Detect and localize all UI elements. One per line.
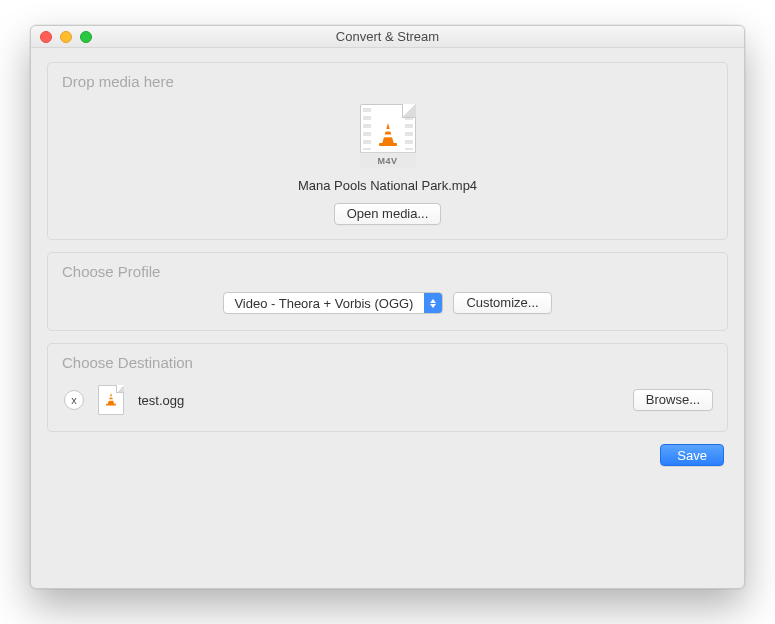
content-area: Drop media here M4V — [31, 48, 744, 588]
remove-destination-button[interactable]: x — [64, 390, 84, 410]
svg-rect-2 — [383, 135, 393, 138]
save-button[interactable]: Save — [660, 444, 724, 466]
drop-media-heading: Drop media here — [62, 73, 713, 90]
cone-icon — [377, 122, 399, 148]
customize-button[interactable]: Customize... — [453, 292, 551, 314]
choose-destination-panel: Choose Destination x — [47, 343, 728, 432]
choose-profile-panel: Choose Profile Video - Theora + Vorbis (… — [47, 252, 728, 331]
x-icon: x — [71, 395, 77, 406]
footer: Save — [47, 444, 728, 468]
open-media-button[interactable]: Open media... — [334, 203, 442, 225]
svg-marker-4 — [108, 393, 115, 404]
browse-button[interactable]: Browse... — [633, 389, 713, 411]
choose-destination-heading: Choose Destination — [62, 354, 713, 371]
chevron-updown-icon — [424, 293, 442, 313]
destination-file-icon — [98, 385, 124, 415]
titlebar: Convert & Stream — [31, 26, 744, 48]
cone-icon — [105, 392, 117, 407]
profile-select-value: Video - Theora + Vorbis (OGG) — [224, 296, 424, 311]
profile-select[interactable]: Video - Theora + Vorbis (OGG) — [223, 292, 443, 314]
svg-rect-7 — [106, 404, 116, 406]
svg-rect-3 — [379, 143, 397, 146]
svg-marker-0 — [382, 123, 394, 144]
svg-rect-1 — [384, 129, 391, 132]
media-file-icon: M4V — [360, 104, 416, 168]
drop-zone[interactable]: M4V Mana Pools National Park.mp4 Open me… — [62, 98, 713, 225]
destination-filename: test.ogg — [138, 393, 184, 408]
svg-rect-5 — [109, 396, 113, 397]
file-extension-badge: M4V — [360, 152, 416, 168]
window-title: Convert & Stream — [31, 29, 744, 44]
source-filename: Mana Pools National Park.mp4 — [298, 178, 477, 193]
choose-profile-heading: Choose Profile — [62, 263, 713, 280]
dialog-window: Convert & Stream Drop media here — [30, 25, 745, 589]
svg-rect-6 — [108, 399, 113, 401]
drop-media-panel: Drop media here M4V — [47, 62, 728, 240]
